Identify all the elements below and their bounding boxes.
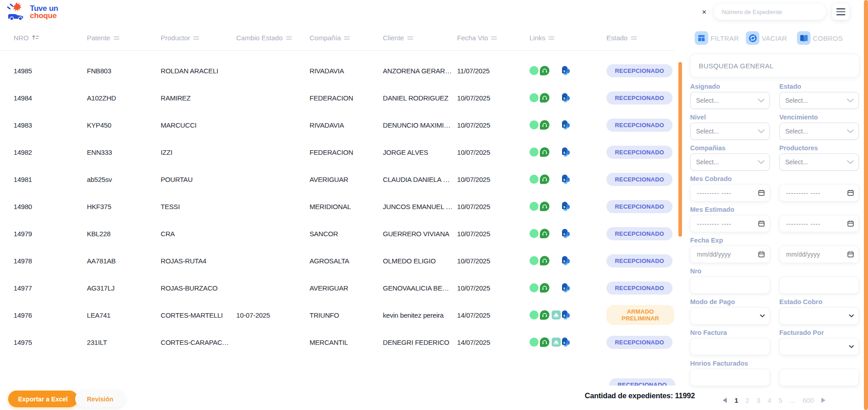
- calendar-icon[interactable]: [758, 190, 765, 196]
- table-row[interactable]: 14985FNB803ROLDAN ARACELIRIVADAVIAANZORE…: [0, 57, 684, 84]
- secondary-9-input[interactable]: [779, 369, 859, 386]
- table-row[interactable]: 14980HKF375TESSIMERIDIONALJUNCOS EMANUEL…: [0, 193, 684, 220]
- headset-icon[interactable]: [540, 93, 549, 103]
- next-page-icon[interactable]: [821, 397, 826, 403]
- column-header-productor[interactable]: Productor: [161, 34, 236, 42]
- table-row[interactable]: 14977AG317LJROJAS-BURZACOAVERIGUARGENOVA…: [0, 274, 684, 301]
- sharepoint-icon[interactable]: s: [561, 283, 571, 293]
- nivel-select[interactable]: Select...: [690, 123, 770, 140]
- column-header-nro[interactable]: NRO: [14, 34, 87, 42]
- page-5[interactable]: 5: [778, 396, 782, 404]
- mes-estimado-month-input[interactable]: --------- ----: [690, 215, 770, 232]
- filter-icon[interactable]: [344, 34, 350, 42]
- sharepoint-icon[interactable]: s: [561, 120, 571, 130]
- table-row[interactable]: 14983KYP450MARCUCCIRIVADAVIADENUNCIO MAX…: [0, 111, 684, 138]
- table-scrollbar-thumb[interactable]: [678, 62, 682, 237]
- revision-button[interactable]: Revisión: [75, 391, 125, 407]
- green-dot-icon[interactable]: [529, 338, 539, 347]
- green-dot-icon[interactable]: [529, 202, 539, 211]
- asignado-select[interactable]: Select...: [690, 92, 770, 109]
- filter-icon[interactable]: [548, 34, 554, 42]
- filter-icon[interactable]: [407, 34, 413, 42]
- table-row[interactable]: 14975231ILTCORTES-CARAPACHAYMERCANTILDEN…: [0, 329, 684, 356]
- column-header-links[interactable]: Links: [529, 34, 606, 42]
- column-header-patente[interactable]: Patente: [87, 34, 161, 42]
- sharepoint-icon[interactable]: s: [561, 229, 571, 238]
- productores-select[interactable]: Select...: [779, 153, 859, 171]
- estado-select[interactable]: Select...: [779, 92, 859, 109]
- headset-icon[interactable]: [540, 148, 549, 157]
- filter-icon[interactable]: [491, 34, 497, 42]
- page-2[interactable]: 2: [745, 396, 749, 404]
- table-row[interactable]: 14981ab525svPOURTAUAVERIGUARCLAUDIA DANI…: [0, 166, 684, 193]
- compañias-select[interactable]: Select...: [690, 153, 770, 171]
- page-3[interactable]: 3: [757, 396, 760, 404]
- calendar-icon[interactable]: [847, 220, 854, 227]
- sharepoint-icon[interactable]: s: [561, 174, 571, 184]
- busqueda-general-input[interactable]: [690, 54, 859, 77]
- filtrar-button[interactable]: FILTRAR: [695, 31, 746, 45]
- headset-icon[interactable]: [540, 120, 549, 130]
- vencimiento-select[interactable]: Select...: [779, 123, 859, 140]
- headset-icon[interactable]: [540, 229, 549, 238]
- column-header-estado[interactable]: Estado: [606, 34, 674, 42]
- fecha-exp-date-input[interactable]: mm/dd/yyyy: [690, 246, 770, 263]
- page-600[interactable]: 600: [802, 396, 814, 404]
- vaciar-button[interactable]: VACIAR: [746, 31, 797, 45]
- filter-icon[interactable]: [114, 34, 119, 42]
- sharepoint-icon[interactable]: s: [561, 201, 571, 211]
- green-dot-icon[interactable]: [529, 229, 539, 238]
- mes-cobrado-month-input[interactable]: --------- ----: [690, 184, 770, 201]
- export-excel-button[interactable]: Exportar a Excel: [8, 391, 78, 407]
- table-row[interactable]: 14978AA781ABROJAS-RUTA4AGROSALTAOLMEDO E…: [0, 247, 684, 274]
- modo-de-pago-select[interactable]: [690, 307, 770, 324]
- nro-input[interactable]: [690, 277, 770, 294]
- sort-asc-icon[interactable]: [32, 34, 39, 42]
- page-scrollbar[interactable]: [864, 0, 868, 410]
- filter-icon[interactable]: [631, 34, 637, 42]
- column-header-compañía[interactable]: Compañía: [310, 34, 383, 42]
- filter-icon[interactable]: [193, 34, 199, 42]
- headset-icon[interactable]: [540, 256, 549, 266]
- headset-icon[interactable]: [540, 310, 549, 320]
- menu-button[interactable]: [832, 4, 849, 20]
- brand-logo[interactable]: Tuve un choque: [6, 2, 58, 23]
- table-row[interactable]: 14979KBL228CRASANCORGUERRERO VIVIANA10/0…: [0, 220, 684, 247]
- green-dot-icon[interactable]: [529, 175, 539, 184]
- column-header-fecha-vto[interactable]: Fecha Vto: [457, 34, 529, 42]
- nro-factura-input[interactable]: [690, 338, 770, 355]
- calendar-icon[interactable]: [758, 220, 765, 227]
- green-dot-icon[interactable]: [529, 93, 539, 102]
- green-dot-icon[interactable]: [529, 283, 539, 292]
- headset-icon[interactable]: [540, 175, 549, 184]
- column-header-cliente[interactable]: Cliente: [383, 34, 457, 42]
- column-header-cambio-estado[interactable]: Cambio Estado: [236, 34, 310, 42]
- headset-icon[interactable]: [540, 283, 549, 293]
- cobros-button[interactable]: COBROS: [797, 31, 848, 45]
- estado-cobro-select[interactable]: [779, 307, 859, 324]
- sharepoint-icon[interactable]: s: [561, 66, 571, 76]
- sharepoint-icon[interactable]: s: [561, 147, 571, 157]
- calendar-icon[interactable]: [847, 251, 854, 258]
- table-row[interactable]: 14984A102ZHDRAMIREZFEDERACIONDANIEL RODR…: [0, 84, 684, 111]
- green-dot-icon[interactable]: [529, 310, 539, 319]
- sharepoint-icon[interactable]: s: [561, 310, 571, 320]
- previous-page-icon[interactable]: [722, 397, 727, 403]
- secondary-5-date-input[interactable]: mm/dd/yyyy: [779, 246, 859, 263]
- secondary-4-month-input[interactable]: --------- ----: [779, 215, 859, 232]
- mountain-icon[interactable]: [552, 310, 561, 319]
- green-dot-icon[interactable]: [529, 148, 539, 157]
- secondary-6-input[interactable]: [779, 277, 859, 294]
- calendar-icon[interactable]: [758, 251, 765, 258]
- calendar-icon[interactable]: [847, 190, 854, 196]
- sharepoint-icon[interactable]: s: [561, 93, 571, 103]
- headset-icon[interactable]: [540, 66, 549, 76]
- filter-icon[interactable]: [286, 34, 292, 42]
- green-dot-icon[interactable]: [529, 66, 539, 75]
- table-row[interactable]: 14982ENN333IZZIFEDERACIONJORGE ALVES10/0…: [0, 138, 684, 166]
- expediente-search-input[interactable]: [714, 4, 826, 20]
- headset-icon[interactable]: [540, 338, 549, 347]
- facturado-por-select[interactable]: [779, 338, 859, 355]
- page-4[interactable]: 4: [768, 396, 771, 404]
- clear-search-icon[interactable]: ×: [701, 8, 707, 16]
